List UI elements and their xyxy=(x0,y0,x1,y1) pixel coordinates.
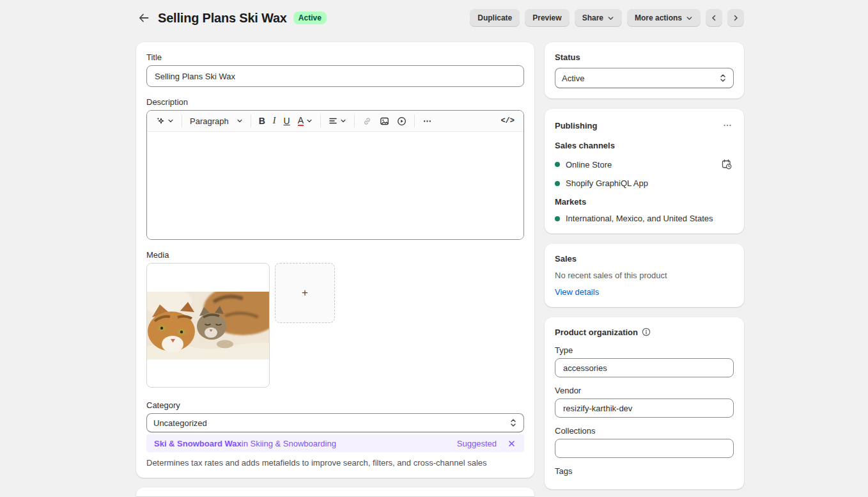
content-area: Title Description xyxy=(136,42,744,496)
sales-card: Sales No recent sales of this product Vi… xyxy=(545,244,744,307)
category-helper-text: Determines tax rates and adds metafields… xyxy=(146,458,524,468)
category-label: Category xyxy=(146,400,524,410)
product-page: Selling Plans Ski Wax Active Duplicate P… xyxy=(136,0,744,496)
select-caret-icon xyxy=(719,74,727,83)
category-value: Uncategorized xyxy=(153,418,207,428)
product-media-thumbnail[interactable] xyxy=(146,263,270,388)
markets-heading: Markets xyxy=(555,197,734,207)
active-dot-icon xyxy=(555,162,560,167)
tags-label: Tags xyxy=(555,466,734,476)
text-color-button[interactable]: A xyxy=(294,113,316,129)
ellipsis-icon xyxy=(422,116,432,126)
dismiss-suggestion-button[interactable] xyxy=(507,439,516,448)
ellipsis-icon xyxy=(722,120,732,130)
media-row: + xyxy=(146,263,524,388)
category-select[interactable]: Uncategorized xyxy=(146,413,524,432)
suggestion-right: Suggested xyxy=(457,439,516,448)
next-section-card xyxy=(136,487,534,496)
insert-video-button[interactable] xyxy=(393,113,410,129)
preview-button[interactable]: Preview xyxy=(525,9,569,27)
previous-product-button[interactable] xyxy=(706,9,722,27)
ai-magic-button[interactable] xyxy=(152,113,178,129)
vendor-input[interactable] xyxy=(555,398,734,418)
channel-label: Online Store xyxy=(566,160,612,170)
sales-heading: Sales xyxy=(555,254,734,264)
chevron-left-icon xyxy=(710,14,718,22)
close-icon xyxy=(508,440,515,447)
paragraph-style-label: Paragraph xyxy=(190,116,229,126)
paragraph-style-dropdown[interactable]: Paragraph xyxy=(186,113,247,129)
calendar-clock-icon xyxy=(721,159,732,170)
collections-label: Collections xyxy=(555,426,734,436)
sales-empty-text: No recent sales of this product xyxy=(555,271,734,280)
italic-icon: I xyxy=(273,116,276,126)
description-textarea[interactable] xyxy=(147,132,523,239)
insert-link-button[interactable] xyxy=(359,113,376,129)
back-button[interactable] xyxy=(136,10,151,26)
suggested-category-context: in Skiing & Snowboarding xyxy=(242,439,336,448)
more-actions-button[interactable]: More actions xyxy=(627,9,701,27)
share-button[interactable]: Share xyxy=(575,9,622,27)
market-label: International, Mexico, and United States xyxy=(566,214,713,223)
toolbar-divider xyxy=(182,114,182,127)
bold-button[interactable]: B xyxy=(255,113,269,129)
chevron-down-icon xyxy=(306,118,313,124)
schedule-publishing-button[interactable] xyxy=(720,157,734,171)
alignment-button[interactable] xyxy=(325,113,350,129)
next-product-button[interactable] xyxy=(727,9,744,27)
channel-label: Shopify GraphiQL App xyxy=(566,178,648,188)
title-input[interactable] xyxy=(146,65,524,87)
page-title: Selling Plans Ski Wax xyxy=(158,11,287,26)
title-field-group: Title xyxy=(146,52,524,87)
duplicate-button[interactable]: Duplicate xyxy=(470,9,520,27)
bold-icon: B xyxy=(259,116,265,126)
add-media-button[interactable]: + xyxy=(275,263,335,323)
media-field-group: Media xyxy=(146,250,524,388)
align-left-icon xyxy=(329,116,337,125)
active-dot-icon xyxy=(555,181,560,186)
more-actions-label: More actions xyxy=(635,13,682,22)
description-field-group: Description xyxy=(146,97,524,240)
sales-channels-heading: Sales channels xyxy=(555,141,734,150)
status-select[interactable]: Active xyxy=(555,68,734,88)
organization-info-button[interactable] xyxy=(638,327,651,336)
active-dot-icon xyxy=(555,216,560,221)
description-label: Description xyxy=(146,97,524,107)
product-organization-card: Product organization Type Vendor Collect… xyxy=(545,317,744,489)
chevron-down-icon xyxy=(236,118,243,124)
status-value: Active xyxy=(562,74,584,83)
category-field-group: Category Uncategorized Ski & Snowboard W… xyxy=(146,400,524,468)
type-label: Type xyxy=(555,345,734,355)
chevron-down-icon xyxy=(340,118,346,124)
view-details-link[interactable]: View details xyxy=(555,287,734,297)
toolbar-divider xyxy=(251,114,251,127)
italic-button[interactable]: I xyxy=(269,113,280,129)
title-label: Title xyxy=(146,52,524,62)
publishing-menu-button[interactable] xyxy=(721,119,734,132)
link-icon xyxy=(362,116,372,126)
vendor-field-group: Vendor xyxy=(555,386,734,418)
text-color-icon: A xyxy=(298,116,304,126)
sparkle-icon xyxy=(156,116,165,125)
more-formatting-button[interactable] xyxy=(419,113,436,129)
page-header: Selling Plans Ski Wax Active Duplicate P… xyxy=(136,0,744,36)
type-input[interactable] xyxy=(555,358,734,377)
chevron-right-icon xyxy=(732,14,740,22)
product-details-card: Title Description xyxy=(136,42,534,478)
back-arrow-icon xyxy=(137,12,150,24)
channel-row: Online Store xyxy=(555,157,734,171)
status-heading: Status xyxy=(555,52,734,62)
code-icon: </> xyxy=(500,116,515,125)
collections-input[interactable] xyxy=(555,439,734,458)
product-organization-heading-text: Product organization xyxy=(555,327,638,337)
category-suggestion-row[interactable]: Ski & Snowboard Wax in Skiing & Snowboar… xyxy=(146,434,524,452)
show-html-button[interactable]: </> xyxy=(497,113,518,129)
media-label: Media xyxy=(146,250,524,260)
status-badge: Active xyxy=(293,12,327,24)
insert-image-button[interactable] xyxy=(376,113,393,129)
underline-button[interactable]: U xyxy=(280,113,294,129)
publishing-heading: Publishing xyxy=(555,121,597,130)
suggested-category-name: Ski & Snowboard Wax xyxy=(154,439,242,448)
market-row: International, Mexico, and United States xyxy=(555,214,734,223)
publishing-card: Publishing Sales channels Online Store xyxy=(545,109,744,233)
